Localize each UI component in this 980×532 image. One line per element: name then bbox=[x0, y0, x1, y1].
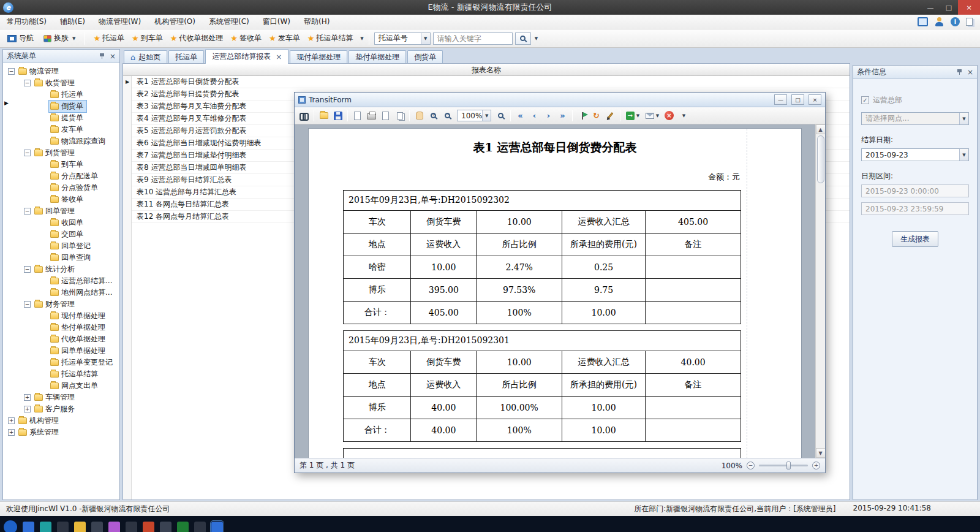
bookmark-icon[interactable] bbox=[576, 109, 589, 122]
print-dialog-icon[interactable] bbox=[351, 109, 364, 122]
tree-item[interactable]: 收回单 bbox=[3, 217, 119, 229]
app-icon-4[interactable] bbox=[74, 522, 86, 532]
tree-item[interactable]: 运营总部结算... bbox=[3, 275, 119, 287]
info-icon[interactable]: i bbox=[951, 17, 960, 26]
app-icon-11[interactable] bbox=[194, 522, 206, 532]
tree-item[interactable]: 代收单据处理 bbox=[3, 333, 119, 345]
email-button[interactable]: ▼ bbox=[643, 109, 662, 122]
tree-item[interactable]: −回单管理 bbox=[3, 205, 119, 217]
tree-item[interactable]: 托运单结算 bbox=[3, 368, 119, 380]
app-icon-5[interactable] bbox=[91, 522, 103, 532]
scroll-down-icon[interactable]: ▼ bbox=[816, 448, 826, 458]
tree-item[interactable]: 回单登记 bbox=[3, 240, 119, 252]
tree-expander[interactable]: − bbox=[24, 80, 31, 86]
tree-item[interactable]: 发车单 bbox=[3, 124, 119, 135]
tree-item[interactable]: 回单查询 bbox=[3, 252, 119, 264]
menu-item[interactable]: 常用功能(S) bbox=[0, 15, 53, 29]
app-icon-6[interactable] bbox=[108, 522, 120, 532]
tree-item[interactable]: 垫付单据处理 bbox=[3, 322, 119, 333]
open-icon[interactable] bbox=[317, 109, 330, 122]
quick-link-button[interactable]: ★签收单 bbox=[227, 33, 265, 44]
tree-item[interactable]: −收货管理 bbox=[3, 77, 119, 89]
app-icon-9[interactable] bbox=[160, 522, 172, 532]
zoom-out-icon[interactable] bbox=[441, 109, 454, 122]
tree-item[interactable]: 提货单 bbox=[3, 112, 119, 124]
close-icon[interactable]: × bbox=[967, 69, 973, 76]
start-button[interactable] bbox=[4, 520, 17, 532]
tree-item[interactable]: 倒货单 bbox=[3, 101, 119, 112]
tree-item[interactable]: +系统管理 bbox=[3, 427, 119, 438]
documents-icon[interactable] bbox=[966, 18, 973, 26]
menu-item[interactable]: 辅助(E) bbox=[53, 15, 92, 29]
maximize-button[interactable]: □ bbox=[791, 94, 804, 105]
find-icon[interactable] bbox=[298, 109, 311, 122]
zoom-select[interactable]: 100% ▼ bbox=[457, 110, 491, 121]
tree-item[interactable]: +客户服务 bbox=[3, 403, 119, 415]
range-end-input[interactable] bbox=[861, 202, 969, 215]
menu-item[interactable]: 物流管理(W) bbox=[92, 15, 148, 29]
edit-icon[interactable] bbox=[604, 109, 617, 122]
menu-item[interactable]: 窗口(W) bbox=[256, 15, 297, 29]
tree-item[interactable]: −到货管理 bbox=[3, 147, 119, 159]
tab[interactable]: ⌂起始页 bbox=[124, 50, 167, 64]
hq-checkbox[interactable]: ✓ bbox=[861, 96, 869, 104]
minimize-button[interactable]: — bbox=[921, 0, 940, 15]
search-options-button[interactable]: ▼ bbox=[535, 36, 538, 41]
tree-expander[interactable]: + bbox=[8, 417, 15, 424]
menu-item[interactable]: 帮助(H) bbox=[297, 15, 336, 29]
pan-icon[interactable] bbox=[413, 109, 426, 122]
vertical-scrollbar[interactable]: ▲ ▼ bbox=[815, 124, 825, 458]
app-icon-1[interactable] bbox=[23, 522, 34, 532]
user-icon[interactable] bbox=[934, 17, 944, 26]
tree-item[interactable]: 签收单 bbox=[3, 194, 119, 205]
tab[interactable]: 倒货单 bbox=[407, 50, 443, 64]
tab[interactable]: 现付单据处理 bbox=[290, 50, 347, 64]
zoom-in-icon[interactable]: + bbox=[812, 462, 820, 469]
tab[interactable]: 托运单 bbox=[168, 50, 204, 64]
tree-item[interactable]: −物流管理 bbox=[3, 66, 119, 77]
close-preview-button[interactable]: × bbox=[663, 109, 676, 122]
pin-icon[interactable] bbox=[99, 53, 105, 59]
zoom-slider[interactable] bbox=[759, 465, 808, 466]
close-icon[interactable]: × bbox=[110, 53, 116, 60]
search-type-select[interactable]: 托运单号 ▼ bbox=[374, 32, 431, 45]
app-icon-10[interactable] bbox=[177, 522, 189, 532]
toolbar-more-button[interactable]: ▼ bbox=[677, 109, 690, 122]
zoom-in-icon[interactable] bbox=[427, 109, 440, 122]
app-icon-3[interactable] bbox=[57, 522, 69, 532]
monitor-icon[interactable] bbox=[918, 17, 928, 26]
pin-icon[interactable] bbox=[957, 69, 962, 75]
export-button[interactable]: →▼ bbox=[624, 109, 642, 122]
viewer-titlebar[interactable]: TransitForm — □ × bbox=[295, 93, 825, 107]
quick-link-button[interactable]: ★托运单 bbox=[89, 33, 128, 44]
tree-expander[interactable]: + bbox=[24, 406, 31, 412]
tree-expander[interactable]: − bbox=[24, 266, 31, 273]
tree-item[interactable]: +机构管理 bbox=[3, 415, 119, 427]
tab[interactable]: 垫付单据处理 bbox=[349, 50, 406, 64]
skin-button[interactable]: 换肤 ▼ bbox=[40, 32, 79, 45]
tab[interactable]: 运营总部结算报表× bbox=[205, 49, 288, 64]
range-start-input[interactable] bbox=[861, 184, 969, 197]
generate-report-button[interactable]: 生成报表 bbox=[892, 231, 938, 247]
app-icon-7[interactable] bbox=[126, 522, 137, 532]
close-button[interactable]: × bbox=[958, 0, 980, 15]
tree-expander[interactable]: + bbox=[8, 429, 15, 436]
navigation-button[interactable]: 导航 bbox=[4, 32, 37, 45]
tree-item[interactable]: 分点配送单 bbox=[3, 170, 119, 182]
first-page-button[interactable]: « bbox=[514, 109, 527, 122]
print-icon[interactable] bbox=[365, 109, 378, 122]
save-icon[interactable] bbox=[331, 109, 344, 122]
maximize-button[interactable]: □ bbox=[940, 0, 958, 15]
magnifier-icon[interactable] bbox=[494, 109, 507, 122]
close-button[interactable]: × bbox=[809, 94, 821, 105]
zoom-slider-thumb[interactable] bbox=[786, 462, 791, 469]
quick-links-more-button[interactable]: ▼ bbox=[360, 36, 363, 41]
report-list-item[interactable]: ▶表1 运营总部每日倒货费分配表 bbox=[132, 76, 850, 88]
tree-item[interactable]: 地州网点结算... bbox=[3, 287, 119, 298]
last-page-button[interactable]: » bbox=[556, 109, 569, 122]
site-select[interactable]: 请选择网点... ▼ bbox=[861, 112, 969, 125]
scrollbar-thumb[interactable] bbox=[817, 135, 824, 183]
settle-date-select[interactable]: 2015-09-23 ▼ bbox=[861, 148, 969, 161]
quick-link-button[interactable]: ★代收单据处理 bbox=[167, 33, 227, 44]
prev-page-button[interactable]: ‹ bbox=[528, 109, 541, 122]
